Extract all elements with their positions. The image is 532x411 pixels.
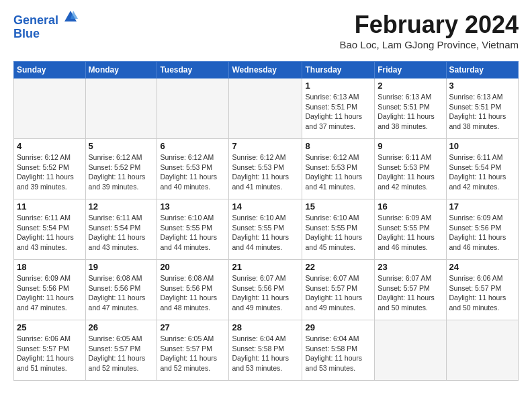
day-info: Sunrise: 6:12 AM Sunset: 5:53 PM Dayligh… <box>232 152 299 192</box>
calendar-cell-w2-d0: 11Sunrise: 6:11 AM Sunset: 5:54 PM Dayli… <box>14 199 86 260</box>
day-number: 20 <box>160 262 226 272</box>
calendar-cell-w2-d1: 12Sunrise: 6:11 AM Sunset: 5:54 PM Dayli… <box>85 199 157 260</box>
day-info: Sunrise: 6:13 AM Sunset: 5:51 PM Dayligh… <box>378 92 443 132</box>
logo-icon <box>63 9 78 24</box>
day-info: Sunrise: 6:11 AM Sunset: 5:54 PM Dayligh… <box>449 152 515 192</box>
day-info: Sunrise: 6:04 AM Sunset: 5:58 PM Dayligh… <box>305 334 371 373</box>
day-number: 4 <box>17 141 83 151</box>
calendar-cell-w3-d4: 22Sunrise: 6:07 AM Sunset: 5:57 PM Dayli… <box>302 260 375 320</box>
day-info: Sunrise: 6:11 AM Sunset: 5:54 PM Dayligh… <box>89 213 154 253</box>
calendar-cell-w1-d3: 7Sunrise: 6:12 AM Sunset: 5:53 PM Daylig… <box>229 139 302 199</box>
day-info: Sunrise: 6:12 AM Sunset: 5:53 PM Dayligh… <box>160 152 226 192</box>
calendar-cell-w1-d0: 4Sunrise: 6:12 AM Sunset: 5:52 PM Daylig… <box>14 139 86 199</box>
day-info: Sunrise: 6:07 AM Sunset: 5:56 PM Dayligh… <box>232 273 299 313</box>
day-number: 5 <box>89 141 154 151</box>
day-number: 7 <box>232 141 299 151</box>
calendar-cell-w4-d6 <box>446 320 518 381</box>
day-info: Sunrise: 6:08 AM Sunset: 5:56 PM Dayligh… <box>89 273 154 313</box>
day-number: 13 <box>160 201 226 212</box>
day-number: 24 <box>449 262 515 272</box>
day-number: 1 <box>305 81 371 91</box>
calendar-cell-w2-d2: 13Sunrise: 6:10 AM Sunset: 5:55 PM Dayli… <box>157 199 229 260</box>
day-number: 17 <box>449 201 515 212</box>
day-number: 29 <box>305 322 371 332</box>
calendar-cell-w3-d0: 18Sunrise: 6:09 AM Sunset: 5:56 PM Dayli… <box>14 260 86 320</box>
calendar-table: SundayMondayTuesdayWednesdayThursdayFrid… <box>13 61 519 381</box>
calendar-cell-w4-d2: 27Sunrise: 6:05 AM Sunset: 5:57 PM Dayli… <box>157 320 229 381</box>
calendar-cell-w0-d4: 1Sunrise: 6:13 AM Sunset: 5:51 PM Daylig… <box>302 79 375 139</box>
day-number: 23 <box>378 262 443 272</box>
day-info: Sunrise: 6:09 AM Sunset: 5:55 PM Dayligh… <box>378 213 443 253</box>
day-info: Sunrise: 6:12 AM Sunset: 5:52 PM Dayligh… <box>17 152 83 192</box>
calendar-cell-w0-d3 <box>229 79 302 139</box>
day-number: 28 <box>232 322 299 332</box>
day-number: 26 <box>89 322 154 332</box>
day-number: 9 <box>378 141 443 151</box>
day-info: Sunrise: 6:12 AM Sunset: 5:52 PM Dayligh… <box>89 152 154 192</box>
logo-blue: Blue <box>13 27 40 40</box>
day-number: 15 <box>305 201 371 212</box>
day-number: 27 <box>160 322 226 332</box>
day-info: Sunrise: 6:09 AM Sunset: 5:56 PM Dayligh… <box>17 273 83 313</box>
day-number: 18 <box>17 262 83 272</box>
day-number: 10 <box>449 141 515 151</box>
day-info: Sunrise: 6:13 AM Sunset: 5:51 PM Dayligh… <box>305 92 371 132</box>
day-number: 12 <box>89 201 154 212</box>
calendar-cell-w3-d1: 19Sunrise: 6:08 AM Sunset: 5:56 PM Dayli… <box>85 260 157 320</box>
day-info: Sunrise: 6:11 AM Sunset: 5:53 PM Dayligh… <box>378 152 443 192</box>
day-number: 3 <box>449 81 515 91</box>
day-number: 6 <box>160 141 226 151</box>
month-year-title: February 2024 <box>339 11 519 39</box>
day-info: Sunrise: 6:06 AM Sunset: 5:57 PM Dayligh… <box>449 273 515 313</box>
calendar-cell-w0-d6: 3Sunrise: 6:13 AM Sunset: 5:51 PM Daylig… <box>446 79 518 139</box>
calendar-cell-w1-d1: 5Sunrise: 6:12 AM Sunset: 5:52 PM Daylig… <box>85 139 157 199</box>
day-number: 22 <box>305 262 371 272</box>
day-info: Sunrise: 6:09 AM Sunset: 5:56 PM Dayligh… <box>449 213 515 253</box>
calendar-cell-w4-d4: 29Sunrise: 6:04 AM Sunset: 5:58 PM Dayli… <box>302 320 375 381</box>
calendar-cell-w2-d5: 16Sunrise: 6:09 AM Sunset: 5:55 PM Dayli… <box>375 199 446 260</box>
day-info: Sunrise: 6:12 AM Sunset: 5:53 PM Dayligh… <box>305 152 371 192</box>
day-number: 16 <box>378 201 443 212</box>
day-number: 11 <box>17 201 83 212</box>
day-info: Sunrise: 6:13 AM Sunset: 5:51 PM Dayligh… <box>449 92 515 132</box>
calendar-cell-w2-d4: 15Sunrise: 6:10 AM Sunset: 5:55 PM Dayli… <box>302 199 375 260</box>
calendar-cell-w2-d3: 14Sunrise: 6:10 AM Sunset: 5:55 PM Dayli… <box>229 199 302 260</box>
day-info: Sunrise: 6:08 AM Sunset: 5:56 PM Dayligh… <box>160 273 226 313</box>
calendar-cell-w1-d6: 10Sunrise: 6:11 AM Sunset: 5:54 PM Dayli… <box>446 139 518 199</box>
calendar-cell-w3-d2: 20Sunrise: 6:08 AM Sunset: 5:56 PM Dayli… <box>157 260 229 320</box>
calendar-cell-w4-d3: 28Sunrise: 6:04 AM Sunset: 5:58 PM Dayli… <box>229 320 302 381</box>
location-subtitle: Bao Loc, Lam GJong Province, Vietnam <box>339 39 519 50</box>
weekday-header-thursday: Thursday <box>302 62 375 79</box>
day-info: Sunrise: 6:07 AM Sunset: 5:57 PM Dayligh… <box>305 273 371 313</box>
day-number: 8 <box>305 141 371 151</box>
logo: General Blue <box>13 11 78 41</box>
day-number: 25 <box>17 322 83 332</box>
logo-general: General <box>13 13 58 27</box>
calendar-cell-w4-d5 <box>375 320 446 381</box>
day-number: 21 <box>232 262 299 272</box>
calendar-cell-w1-d2: 6Sunrise: 6:12 AM Sunset: 5:53 PM Daylig… <box>157 139 229 199</box>
day-info: Sunrise: 6:07 AM Sunset: 5:57 PM Dayligh… <box>378 273 443 313</box>
day-info: Sunrise: 6:06 AM Sunset: 5:57 PM Dayligh… <box>17 334 83 373</box>
day-info: Sunrise: 6:10 AM Sunset: 5:55 PM Dayligh… <box>305 213 371 253</box>
weekday-header-saturday: Saturday <box>446 62 518 79</box>
day-number: 2 <box>378 81 443 91</box>
day-info: Sunrise: 6:10 AM Sunset: 5:55 PM Dayligh… <box>160 213 226 253</box>
weekday-header-friday: Friday <box>375 62 446 79</box>
calendar-cell-w3-d5: 23Sunrise: 6:07 AM Sunset: 5:57 PM Dayli… <box>375 260 446 320</box>
day-info: Sunrise: 6:10 AM Sunset: 5:55 PM Dayligh… <box>232 213 299 253</box>
calendar-cell-w3-d3: 21Sunrise: 6:07 AM Sunset: 5:56 PM Dayli… <box>229 260 302 320</box>
day-number: 14 <box>232 201 299 212</box>
calendar-cell-w2-d6: 17Sunrise: 6:09 AM Sunset: 5:56 PM Dayli… <box>446 199 518 260</box>
day-info: Sunrise: 6:11 AM Sunset: 5:54 PM Dayligh… <box>17 213 83 253</box>
calendar-cell-w0-d1 <box>85 79 157 139</box>
weekday-header-monday: Monday <box>85 62 157 79</box>
calendar-cell-w0-d5: 2Sunrise: 6:13 AM Sunset: 5:51 PM Daylig… <box>375 79 446 139</box>
weekday-header-tuesday: Tuesday <box>157 62 229 79</box>
calendar-cell-w1-d5: 9Sunrise: 6:11 AM Sunset: 5:53 PM Daylig… <box>375 139 446 199</box>
calendar-cell-w4-d0: 25Sunrise: 6:06 AM Sunset: 5:57 PM Dayli… <box>14 320 86 381</box>
calendar-cell-w1-d4: 8Sunrise: 6:12 AM Sunset: 5:53 PM Daylig… <box>302 139 375 199</box>
weekday-header-wednesday: Wednesday <box>229 62 302 79</box>
day-info: Sunrise: 6:05 AM Sunset: 5:57 PM Dayligh… <box>160 334 226 373</box>
calendar-cell-w3-d6: 24Sunrise: 6:06 AM Sunset: 5:57 PM Dayli… <box>446 260 518 320</box>
